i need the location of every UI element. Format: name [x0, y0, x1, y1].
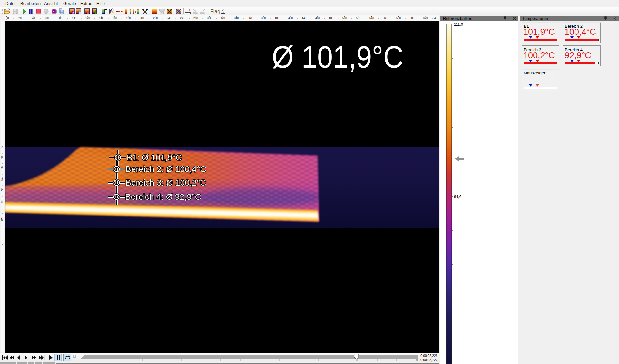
svg-text:Bereich 2: Ø 100,4°C: Bereich 2: Ø 100,4°C: [125, 164, 206, 174]
svg-text:B1: Ø 101,9°C: B1: Ø 101,9°C: [127, 153, 182, 162]
svg-text:Bereich 3: Ø 100,2°C: Bereich 3: Ø 100,2°C: [125, 178, 206, 187]
svg-text:Bereich 4: Ø 92,9°C: Bereich 4: Ø 92,9°C: [125, 192, 201, 202]
svg-text:94,6: 94,6: [454, 195, 462, 199]
svg-text:111,0: 111,0: [454, 22, 463, 27]
